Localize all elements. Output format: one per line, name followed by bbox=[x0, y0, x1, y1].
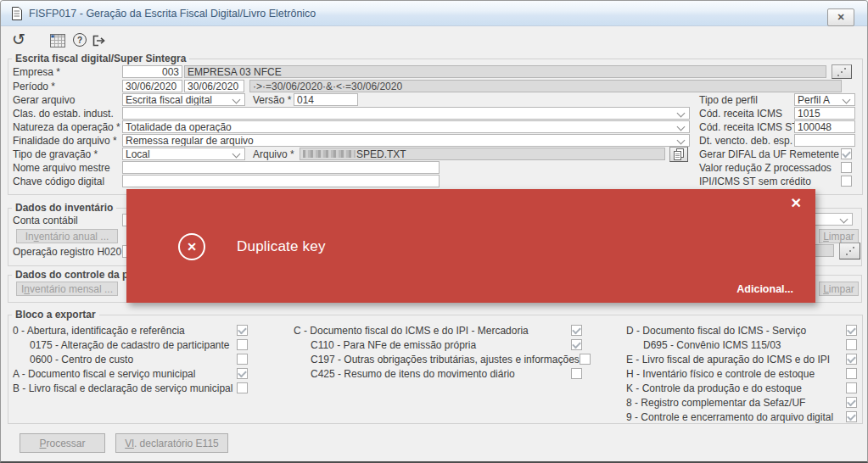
empresa-lookup-button[interactable] bbox=[832, 64, 852, 79]
ipi-icms-label: IPI/ICMS ST sem crédito bbox=[699, 176, 811, 188]
bloco-item: 0175 - Alteração de cadastro de particip… bbox=[13, 337, 248, 352]
group-escrita-fiscal-title: Escrita fiscal digital/Super Sintegra bbox=[12, 53, 189, 64]
bloco-item-checkbox[interactable] bbox=[571, 339, 582, 350]
versao-input[interactable] bbox=[294, 93, 358, 106]
bloco-item-checkbox[interactable] bbox=[846, 354, 857, 365]
chevron-down-icon bbox=[677, 109, 686, 118]
nome-mestre-label: Nome arquivo mestre bbox=[13, 162, 110, 175]
gerar-arquivo-select[interactable]: Escrita fiscal digital bbox=[122, 93, 245, 106]
vl-declaratorio-button[interactable]: Vl. declaratório E115 bbox=[115, 433, 228, 453]
toast-additional-link[interactable]: Adicional... bbox=[736, 283, 793, 295]
tipo-perfil-select[interactable]: Perfil A bbox=[794, 93, 855, 106]
exit-icon[interactable] bbox=[91, 34, 106, 47]
inventario-limpar-button[interactable]: Limpar bbox=[819, 229, 859, 243]
inventario-anual-button[interactable]: Inventário anual ... bbox=[16, 229, 118, 243]
help-icon[interactable]: ? bbox=[73, 33, 87, 47]
bloco-item-label: C - Documento fiscal do ICMS e do IPI - … bbox=[294, 325, 571, 337]
bloco-item-checkbox[interactable] bbox=[846, 397, 857, 408]
inventario-mensal-button[interactable]: Inventário mensal ... bbox=[16, 282, 118, 296]
bloco-item: 8 - Registro complementar da Sefaz/UF bbox=[626, 395, 857, 410]
bloco-item-checkbox[interactable] bbox=[846, 325, 857, 336]
bloco-item-checkbox[interactable] bbox=[846, 411, 857, 422]
dt-vencto-label: Dt. vencto. deb. esp. bbox=[699, 135, 792, 148]
periodo-end-input[interactable] bbox=[184, 80, 244, 92]
dt-vencto-input[interactable] bbox=[794, 134, 855, 147]
chave-digital-input[interactable] bbox=[122, 175, 440, 187]
bloco-item-checkbox[interactable] bbox=[846, 382, 857, 393]
bloco-item-checkbox[interactable] bbox=[237, 354, 248, 365]
bloco-item-label: E - Livro fiscal de apuração do ICMS e d… bbox=[626, 354, 846, 365]
chevron-down-icon bbox=[232, 96, 241, 104]
reducao-z-checkbox[interactable] bbox=[841, 162, 852, 173]
difal-checkbox[interactable] bbox=[841, 148, 852, 159]
bloco-item: C197 - Outras obrigações tributárias, aj… bbox=[294, 352, 582, 366]
periodo-label: Período * bbox=[13, 81, 55, 93]
bloco-item-checkbox[interactable] bbox=[237, 339, 248, 350]
arquivo-filename: SPED.TXT bbox=[356, 148, 406, 160]
nome-mestre-input[interactable] bbox=[122, 161, 440, 174]
inventario-limpar-button-label: Limpar bbox=[823, 231, 854, 243]
bloco-column-3: D - Documento fiscal do ICMS - Serviço D… bbox=[626, 323, 857, 424]
natureza-select[interactable]: Totalidade da operação bbox=[122, 120, 690, 133]
periodo-expression-field bbox=[249, 80, 842, 92]
bloco-item: D - Documento fiscal do ICMS - Serviço bbox=[626, 323, 857, 337]
operacao-lookup-button[interactable] bbox=[839, 243, 860, 259]
controle-limpar-button[interactable]: Limpar bbox=[819, 282, 859, 296]
bloco-item: A - Documento fiscal e serviço municipal bbox=[13, 366, 248, 381]
cod-receita-icms-input[interactable] bbox=[794, 107, 855, 120]
toast-close-icon[interactable]: ✕ bbox=[791, 196, 802, 211]
processar-button[interactable]: Processar bbox=[20, 433, 105, 453]
bloco-item: 0 - Abertura, identificação e referência bbox=[13, 323, 248, 337]
finalidade-select[interactable]: Remessa regular de arquivo bbox=[122, 134, 690, 147]
empresa-code-input[interactable] bbox=[122, 65, 182, 78]
tipo-perfil-value: Perfil A bbox=[798, 94, 830, 106]
chevron-down-icon bbox=[840, 215, 848, 224]
bloco-item-checkbox[interactable] bbox=[237, 382, 248, 393]
arquivo-browse-button[interactable] bbox=[669, 147, 688, 162]
bloco-item-checkbox[interactable] bbox=[846, 339, 857, 350]
error-x-glyph: ✕ bbox=[187, 241, 197, 253]
operacao-h020-label: Operação registro H020 bbox=[13, 246, 121, 259]
bloco-item-checkbox[interactable] bbox=[571, 368, 582, 379]
group-bloco-exportar-title: Bloco a exportar bbox=[12, 309, 99, 321]
window-title: FISFP017 - Geração da Escrita Fiscal Dig… bbox=[29, 8, 316, 20]
bloco-item-checkbox[interactable] bbox=[237, 325, 248, 336]
bloco-item: 9 - Controle e encerramento do arquivo d… bbox=[626, 410, 857, 424]
copy-pages-icon bbox=[672, 148, 686, 160]
reducao-z-label: Valor redução Z processados bbox=[699, 162, 832, 175]
bloco-item-label: 8 - Registro complementar da Sefaz/UF bbox=[626, 397, 846, 409]
bloco-item-checkbox[interactable] bbox=[571, 325, 582, 336]
cod-receita-icms-st-input[interactable] bbox=[794, 120, 855, 133]
periodo-start-input[interactable] bbox=[122, 80, 182, 92]
refresh-icon[interactable]: ↺ bbox=[9, 30, 28, 49]
chave-digital-label: Chave código digital bbox=[13, 176, 104, 188]
bloco-item-label: D695 - Convênio ICMS 115/03 bbox=[626, 339, 846, 351]
bloco-item-label: C110 - Para NFe de emissão própria bbox=[294, 339, 571, 351]
toast-message: Duplicate key bbox=[237, 238, 326, 255]
chevron-down-icon bbox=[232, 150, 241, 159]
application-window: FISFP017 - Geração da Escrita Fiscal Dig… bbox=[0, 0, 868, 463]
bloco-item: K - Controle da produção e do estoque bbox=[626, 381, 857, 395]
vl-declaratorio-button-label: Vl. declaratório E115 bbox=[125, 438, 219, 449]
bloco-item-label: C197 - Outras obrigações tributárias, aj… bbox=[294, 354, 580, 365]
document-icon bbox=[11, 7, 22, 20]
grid-icon[interactable] bbox=[50, 34, 65, 47]
chevron-down-icon bbox=[843, 96, 851, 104]
bloco-item-checkbox[interactable] bbox=[580, 354, 591, 365]
arquivo-field: SPED.TXT bbox=[300, 148, 665, 160]
bloco-item: H - Inventário físico e controle de esto… bbox=[626, 366, 857, 381]
clas-estab-select[interactable] bbox=[122, 107, 690, 120]
window-close-button[interactable]: ✕ bbox=[827, 8, 854, 26]
bloco-item-checkbox[interactable] bbox=[846, 368, 857, 379]
ipi-icms-checkbox[interactable] bbox=[841, 176, 852, 187]
error-icon: ✕ bbox=[178, 233, 205, 260]
cod-receita-icms-label: Cód. receita ICMS bbox=[699, 108, 782, 120]
bloco-item: C110 - Para NFe de emissão própria bbox=[294, 337, 582, 352]
tipo-gravacao-value: Local bbox=[126, 148, 150, 160]
difal-label: Gerar DIFAL da UF Remetente bbox=[699, 148, 839, 161]
bloco-item-checkbox[interactable] bbox=[237, 368, 248, 379]
bloco-item-label: B - Livro fiscal e declaração de serviço… bbox=[13, 382, 237, 394]
inventario-mensal-button-label: Inventário mensal ... bbox=[21, 283, 113, 295]
bloco-item: 0600 - Centro de custo bbox=[13, 352, 248, 366]
tipo-gravacao-select[interactable]: Local bbox=[122, 148, 245, 160]
